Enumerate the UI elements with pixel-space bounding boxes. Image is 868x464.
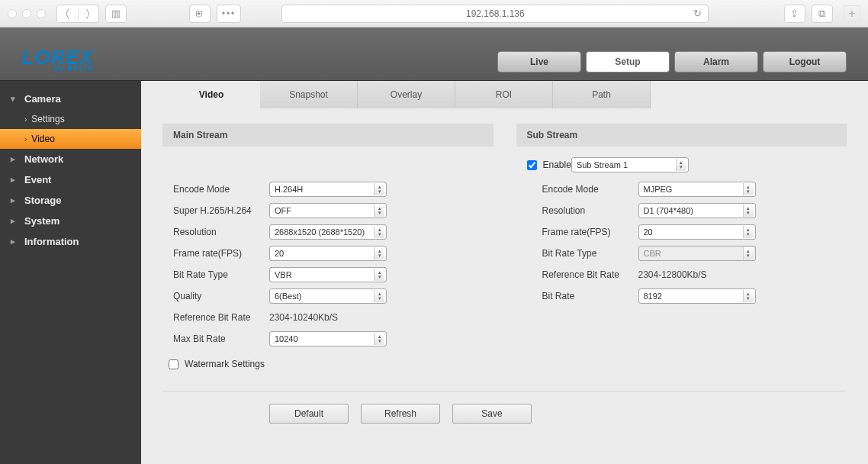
fps-value: 20 bbox=[275, 249, 284, 258]
sidebar-toggle-icon[interactable]: ▥ bbox=[105, 5, 127, 23]
quality-label: Quality bbox=[173, 291, 269, 301]
reader-menu-icon[interactable]: ••• bbox=[217, 5, 241, 23]
stepper-icon: ▴▾ bbox=[374, 226, 384, 238]
sub-fps-value: 20 bbox=[644, 227, 653, 237]
stepper-icon: ▴▾ bbox=[374, 183, 384, 195]
tab-path[interactable]: Path bbox=[553, 81, 651, 108]
sidebar-item-system[interactable]: ▸ System bbox=[0, 211, 141, 231]
nav-alarm[interactable]: Alarm bbox=[674, 51, 758, 72]
chevron-right-icon: ▸ bbox=[11, 195, 18, 205]
brtype-value: VBR bbox=[275, 270, 292, 279]
nav-back-forward[interactable]: 〈 〉 bbox=[56, 5, 99, 23]
sidebar-item-camera[interactable]: ▾ Camera bbox=[0, 89, 141, 109]
encode-mode-select[interactable]: H.264H ▴▾ bbox=[269, 182, 387, 197]
tab-overlay[interactable]: Overlay bbox=[358, 81, 455, 108]
quality-select[interactable]: 6(Best) ▴▾ bbox=[269, 288, 387, 304]
sub-stream-title: Sub Stream bbox=[516, 124, 847, 147]
stepper-icon: ▴▾ bbox=[676, 159, 686, 171]
sidebar-label-video: Video bbox=[31, 134, 54, 144]
substream-select[interactable]: Sub Stream 1 ▴▾ bbox=[571, 157, 689, 172]
forward-icon[interactable]: 〉 bbox=[79, 7, 99, 20]
close-window-icon[interactable] bbox=[8, 9, 17, 18]
sub-encode-label: Encode Mode bbox=[542, 184, 638, 195]
reload-icon[interactable]: ↻ bbox=[693, 8, 702, 19]
share-icon[interactable]: ⇪ bbox=[784, 5, 805, 23]
sidebar-item-information[interactable]: ▸ Information bbox=[0, 231, 141, 252]
sidebar-item-event[interactable]: ▸ Event bbox=[0, 169, 141, 190]
tab-roi[interactable]: ROI bbox=[455, 81, 553, 108]
default-button[interactable]: Default bbox=[269, 404, 349, 424]
nav-setup[interactable]: Setup bbox=[586, 51, 670, 72]
refresh-button[interactable]: Refresh bbox=[361, 404, 440, 424]
content-blocker-icon[interactable]: ⛨ bbox=[189, 5, 211, 23]
sub-ref-value: 2304-12800Kb/S bbox=[638, 269, 707, 280]
maxbr-label: Max Bit Rate bbox=[173, 334, 269, 344]
stepper-icon: ▴▾ bbox=[743, 290, 754, 302]
brtype-select[interactable]: VBR ▴▾ bbox=[269, 267, 387, 282]
sidebar-item-video[interactable]: › Video bbox=[0, 129, 141, 149]
chevron-right-icon: › bbox=[24, 135, 27, 143]
stepper-icon: ▴▾ bbox=[743, 226, 754, 238]
encode-mode-label: Encode Mode bbox=[173, 184, 269, 195]
nav-live[interactable]: Live bbox=[497, 51, 581, 72]
chevron-down-icon: ▾ bbox=[11, 94, 18, 104]
new-tab-icon[interactable]: + bbox=[844, 5, 860, 22]
save-button[interactable]: Save bbox=[452, 404, 532, 424]
tab-snapshot[interactable]: Snapshot bbox=[260, 81, 358, 108]
sidebar-label-network: Network bbox=[24, 153, 63, 165]
nav-logout[interactable]: Logout bbox=[763, 51, 847, 72]
primary-nav: Live Setup Alarm Logout bbox=[497, 51, 847, 72]
sub-fps-select[interactable]: 20 ▴▾ bbox=[638, 224, 756, 240]
enable-substream-checkbox[interactable] bbox=[527, 160, 537, 170]
stepper-icon: ▴▾ bbox=[743, 183, 754, 195]
sub-encode-select[interactable]: MJPEG ▴▾ bbox=[638, 182, 756, 197]
watermark-label: Watermark Settings bbox=[185, 359, 265, 369]
stepper-icon: ▴▾ bbox=[743, 247, 754, 259]
tab-bar: Video Snapshot Overlay ROI Path bbox=[162, 81, 847, 108]
sidebar-item-network[interactable]: ▸ Network bbox=[0, 149, 141, 169]
sub-br-label: Bit Rate bbox=[542, 291, 638, 301]
address-bar[interactable]: 192.168.1.136 ↻ bbox=[281, 5, 709, 23]
minimize-window-icon[interactable] bbox=[22, 9, 31, 18]
resolution-value: 2688x1520 (2688*1520) bbox=[275, 227, 365, 237]
sidebar-label-storage: Storage bbox=[24, 195, 61, 206]
sidebar-label-system: System bbox=[24, 215, 59, 227]
action-buttons: Default Refresh Save bbox=[269, 404, 847, 424]
app-root: LOREX by ✱FLIR Live Setup Alarm Logout ▾… bbox=[0, 27, 868, 464]
fps-select[interactable]: 20 ▴▾ bbox=[269, 246, 387, 261]
super-value: OFF bbox=[275, 206, 291, 215]
refrate-value: 2304-10240Kb/S bbox=[269, 312, 338, 323]
sidebar-label-information: Information bbox=[24, 236, 79, 247]
window-controls[interactable] bbox=[8, 9, 46, 18]
zoom-window-icon[interactable] bbox=[37, 9, 46, 18]
stepper-icon: ▴▾ bbox=[374, 205, 384, 217]
sub-brtype-select: CBR ▴▾ bbox=[638, 246, 756, 261]
maxbr-value: 10240 bbox=[275, 334, 298, 343]
sub-br-value: 8192 bbox=[644, 292, 662, 301]
watermark-checkbox[interactable] bbox=[169, 359, 178, 369]
sidebar-item-settings[interactable]: › Settings bbox=[0, 109, 141, 129]
resolution-select[interactable]: 2688x1520 (2688*1520) ▴▾ bbox=[269, 224, 387, 240]
tabs-icon[interactable]: ⧉ bbox=[812, 5, 833, 23]
main-panel: Video Snapshot Overlay ROI Path Main Str… bbox=[141, 81, 868, 464]
chevron-right-icon: ▸ bbox=[11, 154, 18, 164]
back-icon[interactable]: 〈 bbox=[57, 7, 79, 20]
encode-mode-value: H.264H bbox=[275, 185, 303, 194]
sub-encode-value: MJPEG bbox=[644, 185, 673, 194]
sub-res-select[interactable]: D1 (704*480) ▴▾ bbox=[638, 203, 756, 218]
tab-video[interactable]: Video bbox=[162, 81, 260, 108]
chevron-right-icon: › bbox=[24, 115, 27, 124]
stepper-icon: ▴▾ bbox=[374, 269, 384, 281]
resolution-label: Resolution bbox=[173, 227, 269, 237]
sidebar-label-camera: Camera bbox=[24, 93, 61, 105]
substream-value: Sub Stream 1 bbox=[577, 160, 628, 169]
sub-br-select[interactable]: 8192 ▴▾ bbox=[638, 288, 756, 304]
fps-label: Frame rate(FPS) bbox=[173, 248, 269, 259]
refrate-label: Reference Bit Rate bbox=[173, 312, 269, 323]
maxbr-select[interactable]: 10240 ▴▾ bbox=[269, 331, 387, 346]
quality-value: 6(Best) bbox=[275, 292, 301, 301]
brand-logo: LOREX by ✱FLIR bbox=[21, 49, 94, 72]
sidebar-item-storage[interactable]: ▸ Storage bbox=[0, 190, 141, 211]
super-select[interactable]: OFF ▴▾ bbox=[269, 203, 387, 218]
chevron-right-icon: ▸ bbox=[11, 237, 18, 246]
